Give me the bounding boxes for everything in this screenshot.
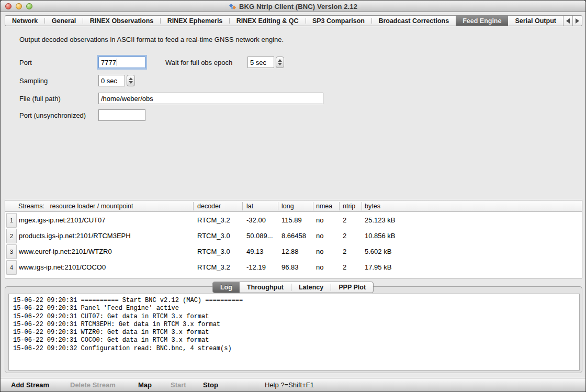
tab-general[interactable]: General xyxy=(45,16,83,26)
log-line: 15-06-22 09:20:31 ========== Start BNC v… xyxy=(13,297,575,305)
log-line: 15-06-22 09:20:31 COCO0: Get data in RTC… xyxy=(13,337,575,344)
cell-long: 96.83 xyxy=(281,260,299,275)
port-label: Port xyxy=(19,59,32,66)
log-line: 15-06-22 09:20:31 RTCM3EPH: Get data in … xyxy=(13,321,575,329)
col-header-bytes[interactable]: bytes xyxy=(365,200,380,212)
column-divider xyxy=(339,202,340,210)
cell-bytes: 10.856 kB xyxy=(365,228,396,244)
wait-epoch-input[interactable]: 5 sec xyxy=(247,57,274,68)
bnc-window: BKG Ntrip Client (BNC) Version 2.12 Netw… xyxy=(0,0,586,392)
cell-lat: 49.13 xyxy=(246,244,279,260)
tab-broadcast-corrections[interactable]: Broadcast Corrections xyxy=(371,16,456,26)
cell-bytes: 17.95 kB xyxy=(365,260,391,275)
cell-nmea: no xyxy=(316,212,323,228)
cell-ntrip: 2 xyxy=(343,244,346,260)
cell-decoder: RTCM_3.0 xyxy=(197,228,230,244)
table-row[interactable]: 4 www.igs-ip.net:2101/COCO0 RTCM_3.2 -12… xyxy=(5,260,582,275)
column-divider xyxy=(362,202,362,210)
stepper-down-icon xyxy=(129,81,133,84)
text-caret xyxy=(117,59,117,66)
col-header-long[interactable]: long xyxy=(281,200,294,212)
tab-scroll-right-icon xyxy=(576,18,579,24)
log-line: 15-06-22 09:20:32 Configuration read: BN… xyxy=(13,345,575,353)
cell-nmea: no xyxy=(316,228,323,244)
stepper-up-icon xyxy=(129,77,133,80)
cell-ntrip: 2 xyxy=(343,212,346,228)
tab-feed-engine[interactable]: Feed Engine xyxy=(456,16,508,26)
file-path-label: File (full path) xyxy=(19,95,61,103)
tab-rinex-ephemeris[interactable]: RINEX Ephemeris xyxy=(161,16,230,26)
row-number[interactable]: 4 xyxy=(6,260,17,275)
cell-bytes: 5.602 kB xyxy=(365,244,391,260)
cell-long: 8.66458 xyxy=(281,228,306,244)
title-bar: BKG Ntrip Client (BNC) Version 2.12 xyxy=(1,1,585,12)
log-output: 15-06-22 09:20:31 ========== Start BNC v… xyxy=(8,294,580,371)
log-line: 15-06-22 09:20:31 WTZR0: Get data in RTC… xyxy=(13,329,575,337)
start-button: Start xyxy=(171,378,186,392)
file-path-input[interactable]: /home/weber/obs xyxy=(98,93,323,104)
cell-mountpoint: mgex.igs-ip.net:2101/CUT07 xyxy=(19,212,105,228)
tab-sp3-comparison[interactable]: SP3 Comparison xyxy=(306,16,371,26)
table-row[interactable]: 3 www.euref-ip.net:2101/WTZR0 RTCM_3.0 4… xyxy=(5,244,582,260)
column-divider xyxy=(313,202,313,210)
tab-latency[interactable]: Latency xyxy=(291,282,331,293)
row-number[interactable]: 1 xyxy=(6,213,17,228)
cell-bytes: 25.123 kB xyxy=(365,212,396,228)
tab-throughput[interactable]: Throughput xyxy=(240,282,291,293)
wait-epoch-stepper[interactable] xyxy=(276,57,284,68)
bnc-app-icon xyxy=(229,3,236,10)
stepper-up-icon xyxy=(278,59,282,62)
port-unsync-input[interactable] xyxy=(98,109,145,121)
wait-epoch-label: Wait for full obs epoch xyxy=(165,59,232,66)
delete-stream-button: Delete Stream xyxy=(70,378,116,392)
row-number[interactable]: 2 xyxy=(6,229,17,243)
streams-table-header: Streams: resource loader / mountpoint de… xyxy=(5,200,582,212)
col-header-streams[interactable]: Streams: resource loader / mountpoint xyxy=(18,200,133,212)
cell-lat: -32.00 xyxy=(246,212,279,228)
tab-log[interactable]: Log xyxy=(213,282,240,293)
log-tab-bar: Log Throughput Latency PPP Plot xyxy=(212,282,374,293)
cell-mountpoint: www.igs-ip.net:2101/COCO0 xyxy=(19,260,106,275)
tab-scroll-left-icon xyxy=(566,18,570,24)
tab-network[interactable]: Network xyxy=(5,16,44,26)
stepper-down-icon xyxy=(278,63,282,65)
cell-long: 12.88 xyxy=(281,244,299,260)
map-button[interactable]: Map xyxy=(138,378,152,392)
sampling-stepper[interactable] xyxy=(127,75,135,86)
col-header-ntrip[interactable]: ntrip xyxy=(343,200,355,212)
log-line: 15-06-22 09:20:31 Panel 'Feed Engine' ac… xyxy=(13,305,575,312)
cell-lat: -12.19 xyxy=(246,260,279,275)
cell-ntrip: 2 xyxy=(343,260,346,275)
streams-table: Streams: resource loader / mountpoint de… xyxy=(5,200,582,278)
port-input[interactable]: 7777 xyxy=(98,57,145,68)
col-header-nmea[interactable]: nmea xyxy=(316,200,332,212)
table-row[interactable]: 1 mgex.igs-ip.net:2101/CUT07 RTCM_3.2 -3… xyxy=(5,212,582,228)
tab-scroll-left-button[interactable] xyxy=(563,16,572,26)
main-tab-bar: Network General RINEX Observations RINEX… xyxy=(5,15,582,26)
cell-nmea: no xyxy=(316,244,323,260)
tab-rinex-observations[interactable]: RINEX Observations xyxy=(83,16,161,26)
sampling-label: Sampling xyxy=(19,77,48,85)
tab-scroll-right-button[interactable] xyxy=(572,16,582,26)
row-number[interactable]: 3 xyxy=(6,244,17,259)
add-stream-button[interactable]: Add Stream xyxy=(11,378,49,392)
table-row[interactable]: 2 products.igs-ip.net:2101/RTCM3EPH RTCM… xyxy=(5,228,582,244)
panel-description: Output decoded observations in ASCII for… xyxy=(19,36,284,43)
column-divider xyxy=(193,202,194,210)
log-line: 15-06-22 09:20:31 CUT07: Get data in RTC… xyxy=(13,313,575,321)
col-header-lat[interactable]: lat xyxy=(246,200,279,212)
help-shortcut-label: Help ?=Shift+F1 xyxy=(265,378,314,392)
log-panel: 15-06-22 09:20:31 ========== Start BNC v… xyxy=(5,286,582,373)
tab-serial-output[interactable]: Serial Output xyxy=(508,16,562,26)
cell-mountpoint: products.igs-ip.net:2101/RTCM3EPH xyxy=(19,228,131,244)
tab-rinex-editing-qc[interactable]: RINEX Editing & QC xyxy=(230,16,306,26)
cell-decoder: RTCM_3.0 xyxy=(197,244,230,260)
cell-long: 115.89 xyxy=(281,212,302,228)
stop-button[interactable]: Stop xyxy=(203,378,218,392)
sampling-input[interactable]: 0 sec xyxy=(98,75,125,86)
tab-ppp-plot[interactable]: PPP Plot xyxy=(331,282,373,293)
col-header-decoder[interactable]: decoder xyxy=(197,200,221,212)
cell-nmea: no xyxy=(316,260,323,275)
window-title: BKG Ntrip Client (BNC) Version 2.12 xyxy=(239,3,357,10)
bottom-toolbar: Add Stream Delete Stream Map Start Stop … xyxy=(1,378,585,391)
